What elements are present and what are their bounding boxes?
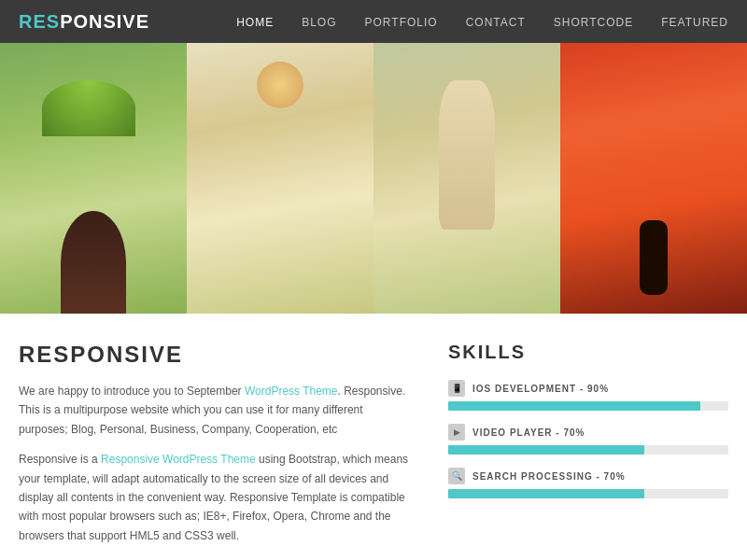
- main-content: RESPONSIVE We are happy to introduce you…: [0, 314, 747, 560]
- video-icon: ▶: [448, 424, 465, 441]
- skill-label-search: SEARCH PROCESSING - 70%: [472, 471, 626, 482]
- nav-item-home[interactable]: HOME: [236, 15, 274, 29]
- skill-bar-fill-ios: [448, 401, 700, 411]
- logo[interactable]: RESPONSIVE: [19, 11, 149, 33]
- nav-link-blog[interactable]: BLOG: [302, 16, 336, 29]
- skill-label-ios: IOS DEVELOPMENT - 90%: [472, 384, 609, 394]
- intro-para-3: Some other prominent features that you n…: [19, 556, 411, 560]
- skill-bar-bg-ios: [448, 401, 728, 411]
- nav-link-home[interactable]: HOME: [236, 16, 274, 29]
- nav-link-portfolio[interactable]: PORTFOLIO: [365, 16, 438, 29]
- umbrella-shape: [42, 80, 135, 136]
- gallery-image-1: [0, 43, 187, 314]
- gallery-image-4: [560, 43, 747, 314]
- skill-bar-bg-search: [448, 489, 728, 498]
- skill-header-search: 🔍 SEARCH PROCESSING - 70%: [448, 468, 728, 484]
- gallery-strip: [0, 43, 747, 314]
- nav-item-contact[interactable]: CONTACT: [466, 15, 526, 29]
- logo-res: RES: [19, 11, 60, 32]
- gallery-panel-2: [187, 43, 374, 314]
- skill-label-video: VIDEO PLAYER - 70%: [472, 427, 585, 438]
- gallery-panel-3: [374, 43, 560, 314]
- gallery-image-3: [374, 43, 560, 314]
- search-icon: 🔍: [448, 468, 465, 484]
- nav-link-shortcode[interactable]: SHORTCODE: [554, 16, 633, 29]
- skill-bar-bg-video: [448, 445, 728, 455]
- ios-icon: 📱: [448, 380, 465, 397]
- nav-item-shortcode[interactable]: SHORTCODE: [554, 15, 633, 29]
- intro-section: RESPONSIVE We are happy to introduce you…: [19, 342, 411, 560]
- gallery-panel-4: [560, 43, 747, 314]
- skills-section: SKILLS 📱 IOS DEVELOPMENT - 90% ▶ VIDEO P…: [448, 342, 728, 560]
- gallery-image-2: [187, 43, 374, 314]
- intro-para-1: We are happy to introduce you to Septemb…: [19, 382, 411, 439]
- nav-item-featured[interactable]: FEATURED: [661, 15, 728, 29]
- skills-heading: SKILLS: [448, 342, 728, 363]
- skill-item-ios: 📱 IOS DEVELOPMENT - 90%: [448, 380, 728, 411]
- gallery-panel-1: [0, 43, 187, 314]
- responsive-theme-link[interactable]: Responsive WordPress Theme: [101, 453, 256, 466]
- intro-para-2: Responsive is a Responsive WordPress The…: [19, 450, 411, 545]
- wordpress-theme-link[interactable]: WordPress Theme: [245, 385, 338, 398]
- nav-item-blog[interactable]: BLOG: [302, 15, 336, 29]
- skill-item-video: ▶ VIDEO PLAYER - 70%: [448, 424, 728, 455]
- intro-heading: RESPONSIVE: [19, 342, 411, 368]
- skill-bar-fill-video: [448, 445, 644, 455]
- skill-bar-fill-search: [448, 489, 644, 498]
- logo-ponsive: PONSIVE: [60, 11, 149, 32]
- skill-header-video: ▶ VIDEO PLAYER - 70%: [448, 424, 728, 441]
- skill-header-ios: 📱 IOS DEVELOPMENT - 90%: [448, 380, 728, 397]
- navbar: RESPONSIVE HOME BLOG PORTFOLIO CONTACT S…: [0, 0, 747, 43]
- skill-item-search: 🔍 SEARCH PROCESSING - 70%: [448, 468, 728, 498]
- nav-menu: HOME BLOG PORTFOLIO CONTACT SHORTCODE FE…: [236, 15, 728, 29]
- nav-item-portfolio[interactable]: PORTFOLIO: [365, 15, 438, 29]
- nav-link-featured[interactable]: FEATURED: [661, 16, 728, 29]
- nav-link-contact[interactable]: CONTACT: [466, 16, 526, 29]
